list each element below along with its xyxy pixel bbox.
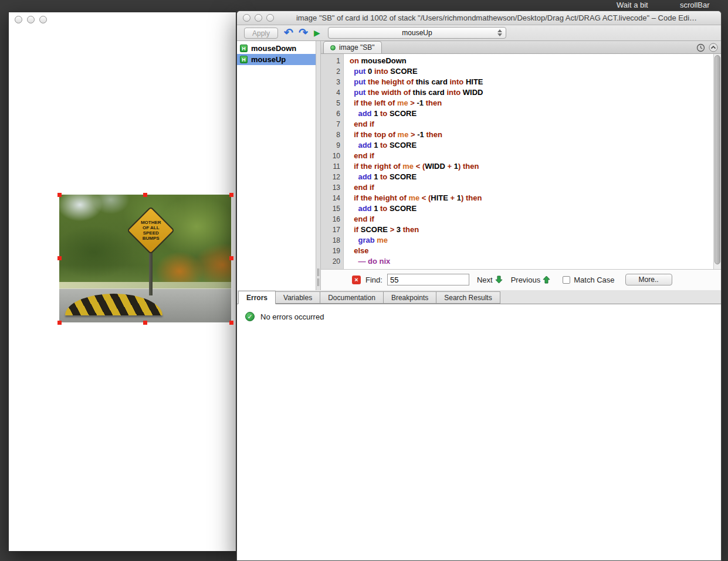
line-number[interactable]: 14 [321, 193, 343, 203]
run-button[interactable]: ▶ [314, 28, 320, 38]
find-next-label: Next [477, 276, 493, 284]
code-line-16[interactable]: 16 end if [321, 214, 721, 225]
code-line-4[interactable]: 4 put the width of this card into WIDD [321, 87, 721, 98]
stack-control-scrollbar[interactable]: scrollBar [679, 0, 711, 11]
line-number[interactable]: 7 [321, 119, 343, 130]
selection-handle[interactable] [143, 193, 147, 197]
code-line-6[interactable]: 6 add 1 to SCORE [321, 108, 721, 119]
image-sb[interactable]: MOTHER OF ALL SPEED BUMPS [59, 195, 231, 322]
tab-variables[interactable]: Variables [275, 291, 320, 304]
line-number[interactable]: 16 [321, 214, 343, 225]
code-line-21[interactable]: 21 end if [321, 267, 721, 269]
code-line-2[interactable]: 2 put 0 into SCORE [321, 66, 721, 77]
zoom-button[interactable] [266, 14, 274, 22]
match-case-checkbox[interactable] [563, 276, 570, 284]
line-number[interactable]: 19 [321, 246, 343, 256]
find-input[interactable] [387, 274, 469, 285]
selection-handle[interactable] [229, 321, 233, 325]
line-number[interactable]: 4 [321, 87, 343, 98]
code-text: add 1 to SCORE [343, 108, 417, 119]
handler-dropdown[interactable]: mouseUp [328, 27, 506, 39]
code-line-20[interactable]: 20 — do nix [321, 256, 721, 267]
selection-handle[interactable] [143, 321, 147, 325]
line-number[interactable]: 5 [321, 98, 343, 108]
apply-button[interactable]: Apply [244, 28, 278, 39]
minimize-button[interactable] [255, 14, 262, 22]
selection-handle[interactable] [57, 321, 62, 325]
line-number[interactable]: 6 [321, 108, 343, 119]
code-editor[interactable]: 1on mouseDown2 put 0 into SCORE3 put the… [321, 54, 721, 269]
scrollbar-thumb[interactable] [715, 55, 720, 264]
line-number[interactable]: 2 [321, 66, 343, 77]
code-line-9[interactable]: 9 add 1 to SCORE [321, 140, 721, 151]
code-line-7[interactable]: 7 end if [321, 119, 721, 130]
minimize-button[interactable] [27, 16, 35, 23]
tab-errors[interactable]: Errors [238, 291, 276, 304]
close-find-button[interactable]: × [352, 276, 361, 284]
handler-icon: H [240, 45, 248, 52]
code-text: end if [343, 151, 374, 161]
tab-documentation[interactable]: Documentation [320, 291, 384, 304]
code-line-12[interactable]: 12 add 1 to SCORE [321, 172, 721, 182]
close-icon: × [354, 276, 358, 283]
code-text: add 1 to SCORE [343, 140, 417, 151]
zoom-button[interactable] [39, 16, 47, 23]
code-line-18[interactable]: 18 grab me [321, 235, 721, 246]
selection-handle[interactable] [229, 256, 233, 260]
line-number[interactable]: 8 [321, 130, 343, 140]
line-number[interactable]: 21 [321, 267, 343, 269]
selection-handle[interactable] [57, 256, 62, 260]
code-line-5[interactable]: 5 if the left of me > -1 then [321, 98, 721, 108]
code-line-14[interactable]: 14 if the height of me < (HITE + 1) then [321, 193, 721, 203]
code-line-3[interactable]: 3 put the height of this card into HITE [321, 77, 721, 87]
undo-button[interactable]: ↶ [284, 26, 293, 39]
code-line-10[interactable]: 10 end if [321, 151, 721, 161]
script-tab-label: image "SB" [339, 43, 375, 52]
find-previous-button[interactable]: Previous [511, 276, 551, 284]
redo-button[interactable]: ↷ [299, 26, 308, 39]
line-number[interactable]: 9 [321, 140, 343, 151]
tab-search-results[interactable]: Search Results [436, 291, 500, 304]
line-number[interactable]: 17 [321, 225, 343, 235]
handler-dropdown-value: mouseUp [402, 29, 432, 37]
line-number[interactable]: 18 [321, 235, 343, 246]
panel-splitter[interactable] [316, 41, 321, 290]
code-text: add 1 to SCORE [343, 203, 417, 214]
line-number[interactable]: 11 [321, 161, 343, 172]
history-button[interactable] [696, 43, 705, 54]
line-number[interactable]: 10 [321, 151, 343, 161]
stack-control-wait-a-bit[interactable]: Wait a bit [615, 0, 649, 11]
tab-image-sb[interactable]: image "SB" [323, 41, 382, 53]
selection-handle[interactable] [229, 193, 233, 197]
code-line-11[interactable]: 11 if the right of me < (WIDD + 1) then [321, 161, 721, 172]
undo-arrow-icon: ↶ [284, 26, 293, 39]
more-button[interactable]: More.. [625, 274, 672, 285]
line-number[interactable]: 15 [321, 203, 343, 214]
tab-breakpoints[interactable]: Breakpoints [383, 291, 436, 304]
line-number[interactable]: 3 [321, 77, 343, 87]
collapse-button[interactable] [709, 43, 718, 54]
line-number[interactable]: 20 [321, 256, 343, 267]
selection-handle[interactable] [57, 193, 62, 197]
code-scrollbar[interactable] [713, 54, 721, 269]
code-line-1[interactable]: 1on mouseDown [321, 56, 721, 66]
line-number[interactable]: 13 [321, 182, 343, 193]
code-line-13[interactable]: 13 end if [321, 182, 721, 193]
code-line-19[interactable]: 19 else [321, 246, 721, 256]
close-button[interactable] [15, 16, 22, 23]
handler-item-mouseup[interactable]: H mouseUp [237, 54, 316, 65]
line-number[interactable]: 1 [321, 56, 343, 66]
code-line-8[interactable]: 8 if the top of me > -1 then [321, 130, 721, 140]
line-number[interactable]: 12 [321, 172, 343, 182]
script-status-icon [330, 45, 336, 50]
code-line-15[interactable]: 15 add 1 to SCORE [321, 203, 721, 214]
stack-titlebar [9, 12, 236, 26]
dropdown-arrows-icon [497, 29, 502, 36]
close-button[interactable] [243, 14, 250, 22]
code-text: if the top of me > -1 then [343, 130, 442, 140]
find-next-button[interactable]: Next [477, 276, 503, 284]
handler-item-mousedown[interactable]: H mouseDown [237, 43, 316, 54]
code-line-17[interactable]: 17 if SCORE > 3 then [321, 225, 721, 235]
code-text: grab me [343, 235, 388, 246]
stack-window: MOTHER OF ALL SPEED BUMPS [8, 12, 236, 552]
